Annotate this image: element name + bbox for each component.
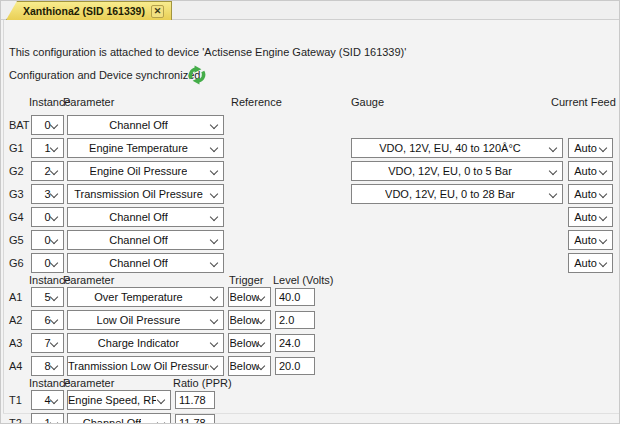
chevron-down-icon [50,362,58,370]
parameter-select[interactable]: Engine Speed, RPM [67,390,171,410]
instance-select[interactable]: 3 [31,184,64,204]
level-input[interactable] [275,334,315,352]
gauge-select[interactable]: VDO, 12V, EU, 0 to 5 Bar [351,161,563,181]
header-current-feed: Current Feed [551,96,616,108]
chevron-down-icon [210,293,218,301]
ratio-input[interactable] [175,391,215,409]
parameter-select[interactable]: Channel Off [67,207,224,227]
close-icon[interactable]: ✕ [151,5,164,18]
chevron-down-icon [50,339,58,347]
current-feed-select[interactable]: Auto [568,230,613,250]
channel-label: G3 [9,184,33,204]
chevron-down-icon [549,144,557,152]
channel-label: A2 [9,310,33,330]
level-input[interactable] [275,311,315,329]
chevron-down-icon [210,236,218,244]
channel-row-g6: G6 0 Channel Off Auto [1,253,620,273]
parameter-select[interactable]: Channel Off [67,253,224,273]
instance-select[interactable]: 0 [31,230,64,250]
chevron-down-icon [50,190,58,198]
parameter-select[interactable]: Channel Off [67,230,224,250]
chevron-down-icon [210,190,218,198]
current-feed-select[interactable]: Auto [568,161,613,181]
chevron-down-icon [210,316,218,324]
engine-gateway-config-window: Xanthiona2 (SID 161339) ✕ This configura… [0,0,620,424]
trigger-select[interactable]: Below [228,310,271,330]
channel-label: T1 [9,390,33,410]
channel-label: T2 [9,413,33,424]
instance-select[interactable]: 4 [31,390,64,410]
parameter-select[interactable]: Low Oil Pressure [67,310,224,330]
parameter-select[interactable]: Engine Oil Pressure [67,161,224,181]
current-feed-select[interactable]: Auto [568,138,613,158]
parameter-select[interactable]: Charge Indicator [67,333,224,353]
current-feed-select[interactable]: Auto [568,253,613,273]
parameter-select[interactable]: Channel Off [67,413,171,424]
tacho-row-t1: T1 4 Engine Speed, RPM [1,390,620,410]
instance-select[interactable]: 6 [31,310,64,330]
alarm-row-a4: A4 8 Tranmission Low Oil Pressure Below [1,356,620,376]
instance-select[interactable]: 0 [31,115,64,135]
current-feed-select[interactable]: Auto [568,184,613,204]
instance-select[interactable]: 5 [31,287,64,307]
tab-title: Xanthiona2 (SID 161339) [23,5,145,17]
alarm-row-a2: A2 6 Low Oil Pressure Below [1,310,620,330]
gauge-select[interactable]: VDO, 12V, EU, 40 to 120Â°C [351,138,563,158]
chevron-down-icon [210,144,218,152]
chevron-down-icon [210,362,218,370]
gauge-select[interactable]: VDO, 12V, EU, 0 to 28 Bar [351,184,563,204]
instance-select[interactable]: 8 [31,356,64,376]
current-feed-select[interactable]: Auto [568,207,613,227]
chevron-down-icon [50,144,58,152]
instance-select[interactable]: 7 [31,333,64,353]
chevron-down-icon [599,144,607,152]
header-parameter: Parameter [63,96,114,108]
config-panel: This configuration is attached to device… [1,20,620,424]
tacho-row-t2: T2 1 Channel Off [1,413,620,424]
tacho-header-parameter: Parameter [63,377,114,389]
trigger-select[interactable]: Below [228,333,271,353]
tab-xanthiona2[interactable]: Xanthiona2 (SID 161339) ✕ [6,1,172,20]
parameter-select[interactable]: Engine Temperature [67,138,224,158]
channel-label: A3 [9,333,33,353]
chevron-down-icon [599,167,607,175]
level-input[interactable] [275,288,315,306]
channel-row-g3: G3 3 Transmission Oil Pressure VDO, 12V,… [1,184,620,204]
chevron-down-icon [549,190,557,198]
parameter-select[interactable]: Channel Off [67,115,224,135]
alarm-header-trigger: Trigger [229,274,263,286]
channel-label: A4 [9,356,33,376]
alarm-header-parameter: Parameter [63,274,114,286]
channel-label: G6 [9,253,33,273]
instance-select[interactable]: 0 [31,253,64,273]
chevron-down-icon [210,167,218,175]
instance-select[interactable]: 2 [31,161,64,181]
sync-status-text: Configuration and Device synchronized [9,69,200,81]
channel-row-bat: BAT 0 Channel Off [1,115,620,135]
channel-row-g5: G5 0 Channel Off Auto [1,230,620,250]
chevron-down-icon [50,259,58,267]
header-gauge: Gauge [351,96,384,108]
trigger-select[interactable]: Below [228,356,271,376]
chevron-down-icon [599,190,607,198]
instance-select[interactable]: 1 [31,138,64,158]
chevron-down-icon [210,213,218,221]
channel-row-g4: G4 0 Channel Off Auto [1,207,620,227]
chevron-down-icon [210,259,218,267]
trigger-select[interactable]: Below [228,287,271,307]
channel-label: G1 [9,138,33,158]
alarm-row-a1: A1 5 Over Temperature Below [1,287,620,307]
level-input[interactable] [275,357,315,375]
instance-select[interactable]: 0 [31,207,64,227]
parameter-select[interactable]: Over Temperature [67,287,224,307]
ratio-input[interactable] [175,414,215,424]
channel-label: G2 [9,161,33,181]
parameter-select[interactable]: Tranmission Low Oil Pressure [67,356,224,376]
chevron-down-icon [50,316,58,324]
instance-select[interactable]: 1 [31,413,64,424]
chevron-down-icon [157,396,165,404]
parameter-select[interactable]: Transmission Oil Pressure [67,184,224,204]
alarm-header-level: Level (Volts) [273,274,334,286]
chevron-down-icon [549,167,557,175]
channel-label: A1 [9,287,33,307]
